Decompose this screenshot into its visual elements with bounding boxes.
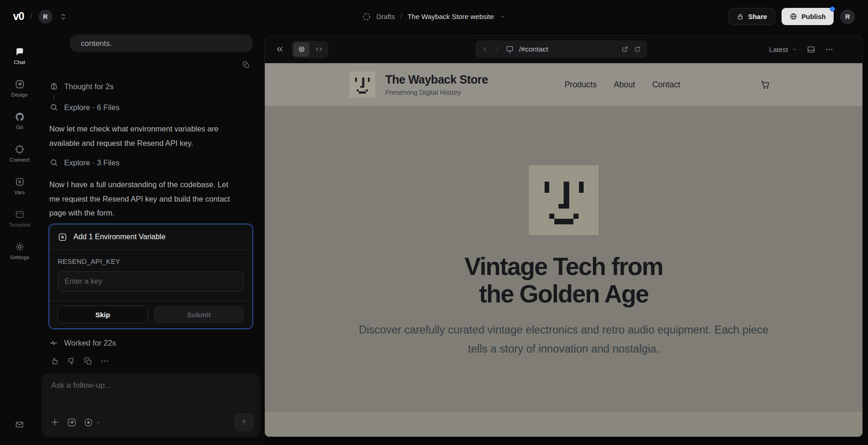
env-key-input[interactable]	[58, 271, 244, 292]
sidebar-item-chat[interactable]: Chat	[0, 39, 39, 72]
globe-icon	[789, 13, 797, 20]
env-variable-dialog: Add 1 Environment Variable RESEND_API_KE…	[49, 224, 253, 329]
forward-icon[interactable]	[493, 46, 500, 53]
project-switcher-button[interactable]	[59, 12, 68, 21]
site-preview: The Wayback Store Preserving Digital His…	[265, 63, 862, 437]
back-icon[interactable]	[481, 46, 488, 53]
device-monitor-icon[interactable]	[506, 45, 514, 53]
chevrons-up-down-icon	[59, 12, 68, 21]
code-view-toggle[interactable]	[310, 42, 327, 57]
chat-icon	[15, 47, 25, 57]
env-dialog-body: RESEND_API_KEY	[49, 250, 252, 292]
publish-button[interactable]: Publish	[782, 8, 834, 25]
site-hero: Vintage Tech from the Golden Age Discove…	[265, 106, 862, 412]
site-next-section	[265, 412, 862, 437]
send-button[interactable]	[235, 413, 253, 431]
sidebar-item-label: Template	[9, 222, 31, 228]
assistant-message: Now let me check what environment variab…	[49, 122, 238, 150]
explore-row-3-files[interactable]: Explore · 3 Files	[49, 158, 119, 167]
breadcrumb: Drafts / The Wayback Store website	[362, 0, 506, 33]
hero-title-line2: the Golden Age	[479, 280, 648, 308]
copy-icon[interactable]	[84, 357, 92, 366]
more-options-icon[interactable]	[100, 357, 109, 366]
view-toggle	[292, 41, 328, 58]
sidebar-item-git[interactable]: Git	[0, 105, 39, 137]
eye-target-icon	[297, 45, 306, 53]
chevron-down-icon	[791, 46, 797, 52]
worked-row[interactable]: Worked for 22s	[49, 338, 116, 347]
followup-input[interactable]	[51, 378, 251, 393]
breadcrumb-project-name[interactable]: The Wayback Store website	[408, 13, 494, 20]
breadcrumb-drafts[interactable]: Drafts	[376, 13, 395, 20]
thumbs-up-icon[interactable]	[50, 357, 59, 366]
user-avatar[interactable]: R	[840, 9, 855, 24]
mail-icon	[15, 420, 24, 429]
site-nav-contact[interactable]: Contact	[652, 80, 680, 90]
preview-eye-toggle[interactable]	[293, 42, 309, 57]
collapse-panel-icon[interactable]	[275, 45, 284, 54]
site-nav: Products About Contact	[565, 80, 680, 90]
feedback-button[interactable]	[15, 420, 24, 431]
breadcrumb-separator: /	[400, 12, 402, 21]
brain-icon	[49, 82, 59, 91]
chat-composer[interactable]	[41, 373, 260, 437]
thumbs-down-icon[interactable]	[67, 357, 76, 366]
topbar-left: v0 / R	[13, 10, 68, 24]
vars-icon	[15, 177, 25, 187]
more-options-icon[interactable]	[825, 45, 834, 54]
site-nav-products[interactable]: Products	[565, 80, 597, 90]
model-selector[interactable]	[84, 418, 101, 427]
sidebar-item-label: Chat	[14, 59, 25, 65]
site-title[interactable]: The Wayback Store	[385, 73, 488, 86]
preview-url[interactable]: /#contact	[519, 45, 616, 53]
site-identity: The Wayback Store Preserving Digital His…	[385, 73, 488, 96]
sidebar-item-connect[interactable]: Connect	[0, 137, 39, 170]
template-icon	[15, 209, 25, 219]
model-icon	[84, 418, 93, 427]
env-dialog-title: Add 1 Environment Variable	[73, 233, 165, 241]
v0-logo[interactable]: v0	[13, 10, 24, 23]
chat-panel: contents. Thought for 2s Explore · 6 Fil…	[39, 33, 265, 445]
sidebar-item-settings[interactable]: Settings	[0, 235, 39, 267]
attach-plus-icon[interactable]	[50, 417, 60, 427]
panel-layout-icon[interactable]	[807, 45, 815, 54]
share-button[interactable]: Share	[729, 8, 775, 25]
sidebar-item-design[interactable]: Design	[0, 72, 39, 105]
explore-label: Explore · 6 Files	[64, 103, 119, 112]
copy-message-button[interactable]	[242, 61, 250, 71]
sidebar-item-label: Vars	[14, 190, 25, 195]
cart-icon[interactable]	[760, 79, 770, 90]
design-mode-icon[interactable]	[67, 418, 77, 427]
thought-row[interactable]: Thought for 2s	[49, 82, 113, 91]
chevron-down-icon[interactable]	[499, 13, 506, 20]
assistant-message: Now I have a full understanding of the c…	[49, 177, 238, 220]
open-external-icon[interactable]	[621, 46, 629, 53]
site-logo-pixel-face[interactable]	[348, 72, 377, 98]
skip-button[interactable]: Skip	[58, 306, 148, 323]
refresh-icon[interactable]	[634, 46, 641, 53]
topbar-separator: /	[30, 12, 33, 21]
sidebar-item-label: Git	[16, 124, 23, 130]
explore-label: Explore · 3 Files	[64, 158, 119, 167]
project-avatar[interactable]: R	[39, 10, 53, 24]
activity-pulse-icon	[49, 338, 59, 347]
arrow-up-icon	[240, 418, 248, 426]
submit-button[interactable]: Submit	[154, 306, 244, 323]
design-icon	[15, 79, 25, 89]
sidebar-item-vars[interactable]: Vars	[0, 170, 39, 202]
hero-description: Discover carefully curated vintage elect…	[348, 321, 780, 359]
search-icon	[49, 103, 59, 112]
env-variable-name: RESEND_API_KEY	[58, 258, 244, 265]
version-selector[interactable]: Latest	[769, 46, 797, 53]
env-dialog-footer: Skip Submit	[49, 301, 252, 328]
sidebar-item-label: Settings	[10, 255, 29, 260]
explore-row-6-files[interactable]: Explore · 6 Files	[49, 103, 119, 112]
site-nav-about[interactable]: About	[614, 80, 635, 90]
preview-toolbar: /#contact Latest	[265, 35, 862, 63]
hero-pixel-face	[529, 165, 598, 236]
user-message-bubble: contents.	[70, 34, 253, 52]
code-icon	[315, 45, 323, 53]
sidebar-item-template[interactable]: Template	[0, 202, 39, 235]
sidebar: Chat Design Git Connect Vars Template Se…	[0, 33, 39, 445]
site-header: The Wayback Store Preserving Digital His…	[265, 63, 862, 106]
